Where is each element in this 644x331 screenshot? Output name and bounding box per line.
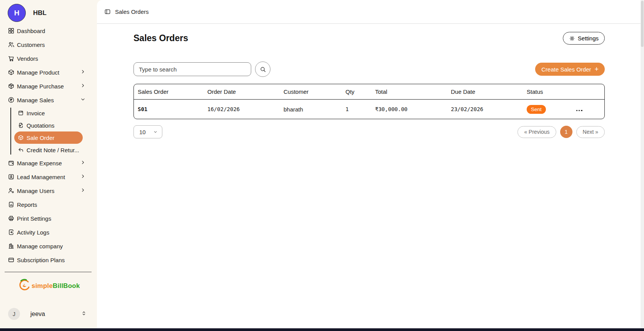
sidebar-item-vendors[interactable]: Vendors [0, 52, 97, 65]
status-badge: Sent [527, 105, 546, 114]
dashboard-icon [8, 27, 15, 34]
sidebar-item-subscription-plans[interactable]: Subscription Plans [0, 253, 97, 267]
sidebar-item-label: Manage Users [17, 188, 55, 194]
header-due-date: Due Date [451, 88, 527, 95]
invoice-icon [18, 110, 24, 116]
sidebar-item-label: Vendors [17, 55, 38, 62]
scrollbar[interactable] [641, 0, 644, 328]
purchase-box-icon [8, 83, 15, 90]
return-arrow-icon [18, 147, 24, 153]
sidebar-item-quotations[interactable]: Quotations [14, 119, 83, 131]
sidebar-item-label: Customers [17, 42, 45, 48]
settings-label: Settings [578, 35, 599, 42]
sidebar-divider [5, 272, 92, 272]
building-icon [8, 243, 15, 249]
simplebillbook-logo-icon [18, 278, 30, 294]
chevron-right-icon [80, 160, 86, 166]
sidebar-item-label: Manage Sales [17, 97, 54, 103]
sidebar-item-reports[interactable]: Reports [0, 198, 97, 211]
sidebar-item-manage-sales[interactable]: Manage Sales [0, 93, 97, 107]
sales-orders-table: Sales Order Order Date Customer Qty Tota… [133, 84, 605, 119]
user-avatar: J [8, 308, 20, 320]
plus-icon: + [594, 66, 599, 73]
sidebar-nav: DashboardCustomersVendorsManage ProductM… [0, 22, 97, 267]
cell-customer: bharath [284, 106, 345, 113]
sidebar-item-lead-management[interactable]: Lead Management [0, 170, 97, 184]
header-customer: Customer [284, 88, 345, 95]
sidebar-item-label: Print Settings [17, 215, 51, 222]
cell-sales-order: S01 [138, 106, 207, 112]
main-panel: Sales Orders Sales Orders Settings Creat… [97, 0, 644, 328]
company-name: HBL [33, 9, 47, 17]
printer-icon [8, 215, 15, 222]
current-page-button[interactable]: 1 [560, 126, 572, 138]
cell-due-date: 23/02/2026 [451, 106, 527, 112]
scrollbar-thumb[interactable] [641, 1, 644, 47]
sidebar-item-label: Sale Order [27, 135, 55, 141]
user-menu[interactable]: J jeeva [0, 308, 97, 320]
sidebar-item-manage-purchase[interactable]: Manage Purchase [0, 79, 97, 93]
header-qty: Qty [345, 88, 375, 95]
create-sales-order-label: Create Sales Order [541, 66, 591, 73]
sidebar-item-customers[interactable]: Customers [0, 38, 97, 52]
table-header-row: Sales Order Order Date Customer Qty Tota… [134, 84, 604, 100]
lead-card-icon [8, 173, 15, 180]
sidebar-item-label: Subscription Plans [17, 257, 65, 263]
rupee-circle-icon [8, 96, 15, 103]
sidebar-item-label: Manage Purchase [17, 83, 64, 90]
wallet-icon [8, 160, 15, 166]
sidebar-item-activity-logs[interactable]: Activity Logs [0, 225, 97, 239]
search-icon [260, 66, 266, 73]
sidebar-item-dashboard[interactable]: Dashboard [0, 24, 97, 38]
topbar: Sales Orders [97, 0, 644, 24]
cell-total: ₹30,000.00 [375, 106, 451, 112]
sidebar-panel-icon[interactable] [104, 8, 111, 15]
chevron-down-icon [80, 96, 86, 103]
sidebar-item-credit-note[interactable]: Credit Note / Retur... [14, 144, 83, 156]
sidebar-item-print-settings[interactable]: Print Settings [0, 211, 97, 225]
sidebar-item-label: Credit Note / Retur... [27, 147, 79, 153]
credit-card-icon [8, 256, 15, 263]
users-icon [8, 187, 15, 194]
sidebar-item-manage-expense[interactable]: Manage Expense [0, 156, 97, 170]
bottom-bar [0, 328, 644, 331]
more-horizontal-icon[interactable] [575, 108, 584, 113]
sidebar-header: H HBL [0, 0, 97, 22]
product-box-icon [8, 69, 15, 76]
sidebar-item-label: Dashboard [17, 28, 45, 34]
sidebar-item-manage-users[interactable]: Manage Users [0, 184, 97, 198]
sidebar-item-label: Manage Product [17, 69, 59, 76]
next-page-button[interactable]: Next » [576, 126, 605, 138]
sidebar-item-sale-order[interactable]: Sale Order [14, 131, 83, 144]
page-title: Sales Orders [133, 33, 188, 43]
company-avatar: H [8, 4, 26, 22]
customers-icon [8, 41, 15, 48]
vendors-icon [8, 55, 15, 62]
report-chart-icon [8, 201, 15, 208]
chevron-right-icon [80, 69, 86, 76]
page-content: Sales Orders Settings Create Sales Order… [97, 32, 644, 138]
activity-doc-icon [8, 229, 15, 236]
search-button[interactable] [255, 62, 270, 77]
search-input[interactable] [133, 62, 251, 76]
logo-text-billbook: BillBook [53, 282, 80, 289]
sidebar: H HBL DashboardCustomersVendorsManage Pr… [0, 0, 97, 328]
topbar-title: Sales Orders [115, 8, 149, 15]
settings-button[interactable]: Settings [563, 32, 605, 45]
chevron-down-icon [153, 129, 158, 135]
page-size-select[interactable]: 10 [133, 125, 162, 138]
up-down-chevron-icon [81, 310, 87, 318]
cell-order-date: 16/02/2026 [207, 106, 284, 112]
cube-icon [18, 135, 24, 141]
previous-page-button[interactable]: « Previous [517, 126, 556, 138]
sidebar-item-label: Quotations [27, 122, 55, 129]
create-sales-order-button[interactable]: Create Sales Order + [535, 63, 605, 76]
sidebar-item-manage-product[interactable]: Manage Product [0, 65, 97, 79]
header-total: Total [375, 88, 451, 95]
sidebar-item-invoice[interactable]: Invoice [14, 107, 83, 119]
table-row[interactable]: S01 16/02/2026 bharath 1 ₹30,000.00 23/0… [134, 100, 604, 119]
cell-status: Sent [527, 105, 575, 114]
header-sales-order: Sales Order [138, 88, 207, 95]
sidebar-item-manage-company[interactable]: Manage company [0, 239, 97, 253]
header-status: Status [527, 88, 575, 95]
